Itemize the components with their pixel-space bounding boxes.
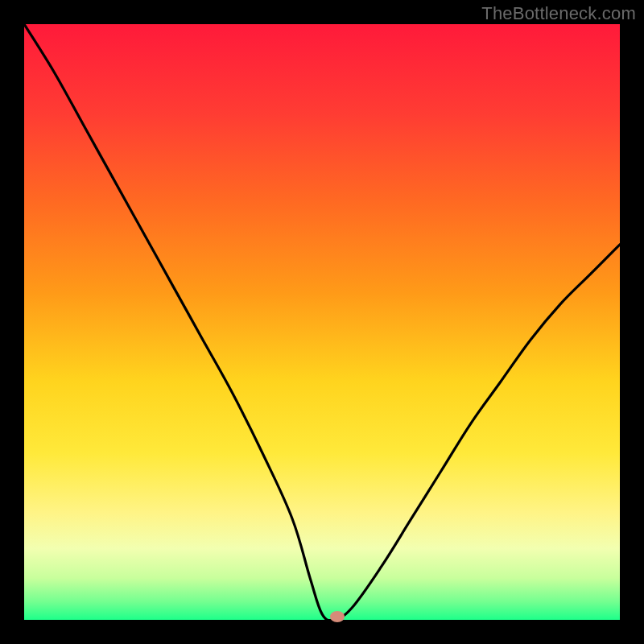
chart-frame: TheBottleneck.com <box>0 0 644 644</box>
watermark-text: TheBottleneck.com <box>481 3 636 24</box>
bottleneck-curve <box>24 24 620 620</box>
optimal-point-marker <box>330 611 345 622</box>
plot-area <box>24 24 620 620</box>
